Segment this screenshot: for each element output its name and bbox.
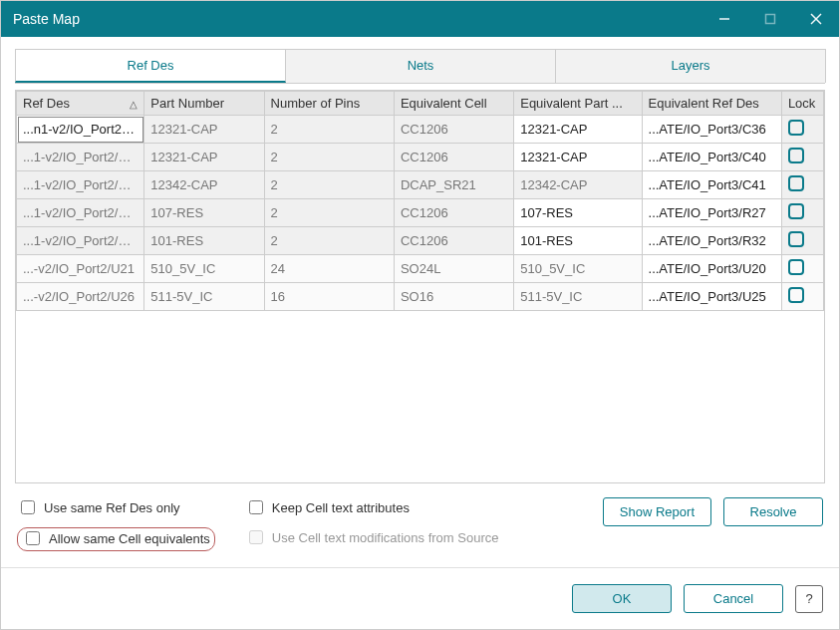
chk-keep-cell-text-box[interactable] <box>249 500 263 514</box>
dialog-content: Ref Des Nets Layers Ref Des △ Part Numbe… <box>1 37 839 557</box>
table-empty-area <box>16 311 824 482</box>
cell-lock[interactable] <box>781 255 823 283</box>
cell-eqcell: CC1206 <box>394 199 513 227</box>
cell-eqref[interactable]: ...ATE/IO_Port3/C40 <box>642 144 781 171</box>
col-equiv-cell[interactable]: Equivalent Cell <box>394 92 513 116</box>
table-row[interactable]: ...1-v2/IO_Port2/C3812342-CAP2DCAP_SR211… <box>17 171 824 199</box>
table-row[interactable]: ...1-v2/IO_Port2/C3712321-CAP2CC12061232… <box>17 144 824 171</box>
chk-use-same-refdes-box[interactable] <box>21 500 35 514</box>
titlebar: Paste Map <box>1 1 839 37</box>
cell-part: 12321-CAP <box>144 144 264 171</box>
paste-map-dialog: Paste Map Ref Des Nets Layers <box>0 0 840 630</box>
tab-layers[interactable]: Layers <box>555 49 826 83</box>
chk-use-same-refdes[interactable]: Use same Ref Des only <box>17 497 215 517</box>
chk-use-cell-mods-box <box>249 530 263 544</box>
cell-part: 12342-CAP <box>144 171 264 199</box>
highlight-allow-same-cell: Allow same Cell equivalents <box>17 527 215 551</box>
cell-refdes[interactable]: ...n1-v2/IO_Port2/C5 <box>17 116 144 144</box>
cell-eqpart[interactable]: 107-RES <box>514 199 642 227</box>
cell-pins: 2 <box>264 199 394 227</box>
cell-eqcell: CC1206 <box>394 227 513 255</box>
window-controls <box>701 1 839 37</box>
cell-eqcell: CC1206 <box>394 116 513 144</box>
cell-part: 107-RES <box>144 199 264 227</box>
col-refdes[interactable]: Ref Des △ <box>17 92 144 116</box>
cell-part: 511-5V_IC <box>144 283 264 311</box>
lock-checkbox[interactable] <box>788 120 804 136</box>
lock-checkbox[interactable] <box>788 259 804 275</box>
col-lock[interactable]: Lock <box>781 92 823 116</box>
cell-lock[interactable] <box>781 227 823 255</box>
cell-eqpart[interactable]: 101-RES <box>514 227 642 255</box>
cell-pins: 2 <box>264 116 394 144</box>
cancel-button[interactable]: Cancel <box>684 584 783 613</box>
show-report-button[interactable]: Show Report <box>603 497 711 526</box>
lock-checkbox[interactable] <box>788 203 804 219</box>
cell-eqref[interactable]: ...ATE/IO_Port3/C36 <box>642 116 781 144</box>
chk-allow-same-cell[interactable]: Allow same Cell equivalents <box>22 528 210 548</box>
cell-pins: 24 <box>264 255 394 283</box>
lock-checkbox[interactable] <box>788 287 804 303</box>
col-equiv-part[interactable]: Equivalent Part ... <box>514 92 642 116</box>
cell-part: 101-RES <box>144 227 264 255</box>
table-row[interactable]: ...n1-v2/IO_Port2/C512321-CAP2CC12061232… <box>17 116 824 144</box>
table-row[interactable]: ...1-v2/IO_Port2/R28107-RES2CC1206107-RE… <box>17 199 824 227</box>
col-equiv-refdes[interactable]: Equivalent Ref Des <box>642 92 781 116</box>
cell-refdes: ...-v2/IO_Port2/U21 <box>17 255 144 283</box>
close-icon <box>810 13 822 25</box>
maximize-button[interactable] <box>747 1 793 37</box>
cell-eqcell: SO24L <box>394 255 513 283</box>
cell-refdes: ...1-v2/IO_Port2/C37 <box>17 144 144 171</box>
help-button[interactable]: ? <box>795 585 823 613</box>
cell-eqcell: DCAP_SR21 <box>394 171 513 199</box>
cell-lock[interactable] <box>781 144 823 171</box>
close-button[interactable] <box>793 1 839 37</box>
lock-checkbox[interactable] <box>788 148 804 163</box>
options-row: Use same Ref Des only Allow same Cell eq… <box>15 483 825 557</box>
tab-refdes[interactable]: Ref Des <box>15 49 286 83</box>
ok-button[interactable]: OK <box>572 584 672 613</box>
cell-eqref[interactable]: ...ATE/IO_Port3/C41 <box>642 171 781 199</box>
cell-part: 510_5V_IC <box>144 255 264 283</box>
resolve-button[interactable]: Resolve <box>723 497 823 526</box>
cell-refdes: ...1-v2/IO_Port2/C38 <box>17 171 144 199</box>
table-row[interactable]: ...-v2/IO_Port2/U26511-5V_IC16SO16511-5V… <box>17 283 824 311</box>
cell-eqpart: 12342-CAP <box>514 171 642 199</box>
chk-allow-same-cell-box[interactable] <box>26 531 40 545</box>
cell-pins: 2 <box>264 144 394 171</box>
cell-lock[interactable] <box>781 116 823 144</box>
cell-eqpart[interactable]: 12321-CAP <box>514 116 642 144</box>
lock-checkbox[interactable] <box>788 231 804 247</box>
tab-nets[interactable]: Nets <box>285 49 556 83</box>
cell-pins: 2 <box>264 227 394 255</box>
cell-eqref[interactable]: ...ATE/IO_Port3/U20 <box>642 255 781 283</box>
minimize-button[interactable] <box>701 1 747 37</box>
cell-eqpart: 511-5V_IC <box>514 283 642 311</box>
cell-eqref[interactable]: ...ATE/IO_Port3/U25 <box>642 283 781 311</box>
lock-checkbox[interactable] <box>788 175 804 191</box>
col-num-pins[interactable]: Number of Pins <box>264 92 394 116</box>
cell-lock[interactable] <box>781 199 823 227</box>
cell-lock[interactable] <box>781 171 823 199</box>
dialog-footer: OK Cancel ? <box>1 567 839 629</box>
table-header-row: Ref Des △ Part Number Number of Pins Equ… <box>17 92 824 116</box>
cell-refdes: ...-v2/IO_Port2/U26 <box>17 283 144 311</box>
minimize-icon <box>718 13 730 25</box>
maximize-icon <box>764 13 776 25</box>
table-container: Ref Des △ Part Number Number of Pins Equ… <box>15 90 825 483</box>
table-row[interactable]: ...-v2/IO_Port2/U21510_5V_IC24SO24L510_5… <box>17 255 824 283</box>
cell-eqref[interactable]: ...ATE/IO_Port3/R32 <box>642 227 781 255</box>
cell-refdes: ...1-v2/IO_Port2/R28 <box>17 199 144 227</box>
help-icon: ? <box>805 591 812 606</box>
col-part-number[interactable]: Part Number <box>144 92 264 116</box>
table-row[interactable]: ...1-v2/IO_Port2/R33101-RES2CC1206101-RE… <box>17 227 824 255</box>
tab-strip: Ref Des Nets Layers <box>15 49 825 84</box>
options-buttons: Show Report Resolve <box>603 497 823 526</box>
cell-eqcell: SO16 <box>394 283 513 311</box>
chk-use-cell-mods: Use Cell text modifications from Source <box>245 527 499 547</box>
cell-pins: 16 <box>264 283 394 311</box>
cell-eqref[interactable]: ...ATE/IO_Port3/R27 <box>642 199 781 227</box>
chk-keep-cell-text[interactable]: Keep Cell text attributes <box>245 497 499 517</box>
cell-lock[interactable] <box>781 283 823 311</box>
cell-eqpart[interactable]: 12321-CAP <box>514 144 642 171</box>
